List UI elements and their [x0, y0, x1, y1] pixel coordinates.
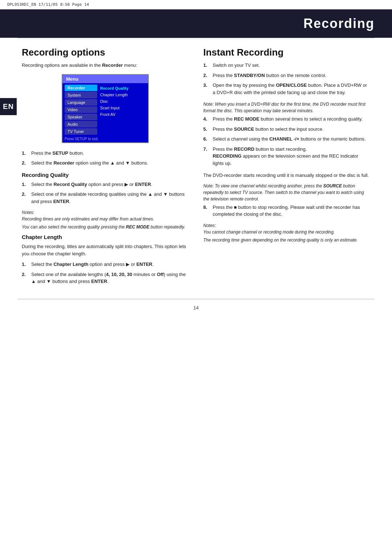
step-num: 3.: [203, 82, 210, 96]
recording-quality-steps: 1. Select the Record Quality option and …: [22, 181, 189, 205]
menu-screenshot: Menu Recorder System Language Video Spea…: [62, 74, 149, 143]
menu-item-system: System: [65, 92, 97, 98]
step-text: Select one of the available lengths (4, …: [31, 271, 189, 285]
step-num: 1.: [22, 261, 28, 268]
recording-quality-heading: Recording Quality: [22, 172, 189, 178]
bold-recording: RECORDING: [213, 153, 241, 159]
bold-recorder: Recorder: [53, 160, 74, 166]
step-text: Switch on your TV set.: [213, 62, 370, 69]
bold-open-close: OPEN/CLOSE: [276, 82, 307, 88]
bold-record: RECORD: [234, 146, 254, 152]
menu-body: Recorder System Language Video Speaker A…: [62, 83, 148, 135]
list-item: 3. Open the tray by pressing the OPEN/CL…: [203, 82, 370, 96]
instant-recording-title: Instant Recording: [203, 47, 370, 58]
list-item: 2. Select the Recorder option using the …: [22, 159, 189, 167]
notes-label-end: Notes:: [203, 223, 370, 228]
menu-item-tvtuner: TV Tuner: [65, 128, 97, 135]
step-text: Select one of the available recording qu…: [31, 191, 189, 205]
step-num: 2.: [22, 159, 28, 167]
bold-rec-mode: REC MODE: [234, 116, 260, 122]
bold-off: Off: [157, 272, 164, 277]
notes-label: Notes:: [22, 210, 189, 215]
menu-item-audio: Audio: [65, 121, 97, 127]
bold-setup: SETUP: [53, 150, 68, 156]
bold-chapter-length: Chapter Length: [53, 262, 88, 267]
menu-right-items: Record Quality Chapter Length Disc Scart…: [97, 85, 144, 135]
bold-standby-on: STANDBY/ON: [234, 73, 265, 78]
list-item: 1. Press the SETUP button.: [22, 150, 189, 157]
print-info: DPL953REC_EN 17/11/05 8:58 Page 14: [0, 0, 392, 9]
note-text-2: You can also select the recording qualit…: [22, 224, 189, 230]
menu-right-disc: Disc: [100, 98, 144, 104]
list-item: 8. Press the ■ button to stop recording.…: [203, 204, 370, 218]
step-text: Press the ■ button to stop recording. Pl…: [213, 204, 370, 218]
list-item: 6. Select a channel using the CHANNEL -/…: [203, 135, 370, 143]
intro-text: Recording options are available in the: [22, 62, 102, 68]
chapter-length-heading: Chapter Length: [22, 234, 189, 240]
list-item: 4. Press the REC MODE button several tim…: [203, 115, 370, 123]
setup-steps: 1. Press the SETUP button. 2. Select the…: [22, 150, 189, 167]
step-num: 2.: [22, 191, 28, 205]
bold-enter: ENTER: [91, 279, 107, 284]
bold-enter: ENTER: [135, 182, 151, 187]
menu-right-scart: Scart Input: [100, 105, 144, 111]
page-header: Recording: [0, 9, 392, 38]
list-item: 1. Select the Chapter Length option and …: [22, 261, 189, 268]
step-num: 1.: [22, 181, 28, 188]
menu-right-record-quality: Record Quality: [100, 85, 144, 91]
menu-item-language: Language: [65, 99, 97, 106]
step-num: 6.: [203, 135, 210, 143]
step-text: Press the SOURCE button to select the in…: [213, 126, 370, 133]
step-num: 5.: [203, 126, 210, 133]
list-item: 2. Select one of the available recording…: [22, 191, 189, 205]
step-num: 4.: [203, 115, 210, 123]
step-text: Press the REC MODE button several times …: [213, 115, 370, 123]
menu-item-video: Video: [65, 106, 97, 113]
step-num: 7.: [203, 146, 210, 167]
list-item: 7. Press the RECORD button to start reco…: [203, 146, 370, 167]
note-text-1: Recording times are only estimates and m…: [22, 216, 189, 222]
bold-enter: ENTER: [136, 262, 152, 267]
menu-item-speaker: Speaker: [65, 114, 97, 120]
list-item: 2. Press the STANDBY/ON button on the re…: [203, 72, 370, 79]
recording-options-title: Recording options: [22, 47, 189, 58]
step-num: 1.: [22, 150, 28, 157]
step-text: Press the SETUP button.: [31, 150, 189, 157]
instant-recording-final: 8. Press the ■ button to stop recording.…: [203, 204, 370, 218]
bold-source-note: SOURCE: [323, 183, 342, 189]
menu-right-front-av: Front AV: [100, 112, 144, 117]
step-text: Select a channel using the CHANNEL -/+ b…: [213, 135, 370, 143]
bold-enter: ENTER: [53, 199, 69, 204]
menu-right-chapter-length: Chapter Length: [100, 92, 144, 98]
step-num: 1.: [203, 62, 210, 69]
note-dvd-format: Note: When you insert a DVD+RW disc for …: [203, 101, 370, 114]
instant-recording-steps-cont: 4. Press the REC MODE button several tim…: [203, 115, 370, 167]
intro-paragraph: Recording options are available in the R…: [22, 62, 189, 69]
bold-channel: CHANNEL -/+: [269, 136, 299, 142]
step-text: Open the tray by pressing the OPEN/CLOSE…: [213, 82, 370, 96]
step-text: Press the RECORD button to start recordi…: [213, 146, 370, 167]
note-end-2: The recording time given depending on th…: [203, 237, 370, 243]
bold-source: SOURCE: [234, 126, 254, 132]
chapter-length-steps: 1. Select the Chapter Length option and …: [22, 261, 189, 285]
header-title: Recording: [303, 16, 375, 31]
list-item: 5. Press the SOURCE button to select the…: [203, 126, 370, 133]
menu-title: Menu: [62, 75, 148, 83]
list-item: 1. Switch on your TV set.: [203, 62, 370, 69]
page-content: Recording options Recording options are …: [0, 38, 392, 299]
bold-record-quality: Record Quality: [53, 182, 87, 187]
step-num: 2.: [203, 72, 210, 79]
instant-recording-steps: 1. Switch on your TV set. 2. Press the S…: [203, 62, 370, 96]
menu-item-recorder: Recorder: [65, 85, 97, 91]
note-source: Note: To view one channel whilst recordi…: [203, 183, 370, 202]
step-text: Press the STANDBY/ON button on the remot…: [213, 72, 370, 79]
bold-lengths: 4, 10, 20, 30: [106, 272, 132, 277]
step-text: Select the Record Quality option and pre…: [31, 181, 189, 188]
intro-end: menu:: [123, 62, 137, 68]
page-number: 14: [0, 299, 392, 314]
note-end-1: You cannot change channel or recording m…: [203, 229, 370, 235]
intro-bold: Recorder: [102, 62, 123, 68]
recording-para: The DVD-recorder starts recording until …: [203, 172, 370, 179]
list-item: 2. Select one of the available lengths (…: [22, 271, 189, 285]
step-text: Select the Chapter Length option and pre…: [31, 261, 189, 268]
